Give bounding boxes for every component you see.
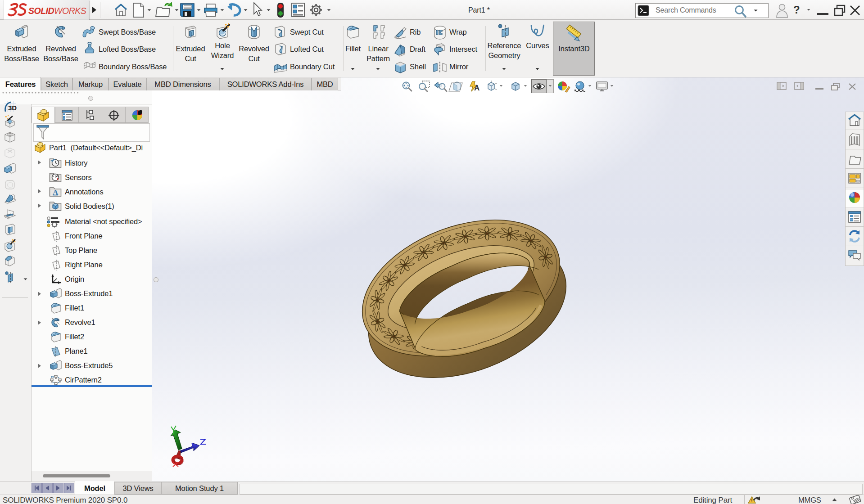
svg-text:!: ! xyxy=(751,498,753,503)
svg-text:3D: 3D xyxy=(8,104,17,112)
